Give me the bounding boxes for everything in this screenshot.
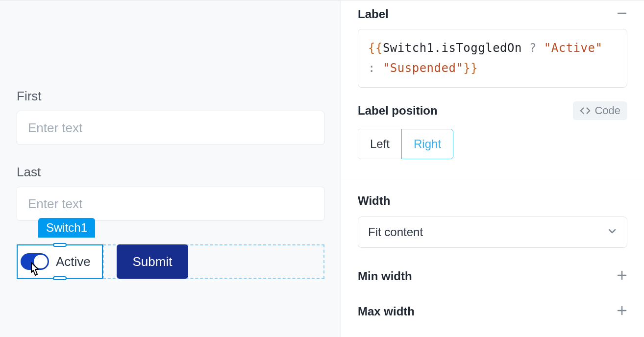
label-expression-input[interactable]: {{Switch1.isToggledOn ? "Active" : "Susp… xyxy=(358,29,627,88)
switch-label: Active xyxy=(56,254,91,269)
width-value: Fit content xyxy=(368,225,423,239)
width-title: Width xyxy=(358,194,390,208)
max-width-row: Max width xyxy=(358,305,627,318)
code-close: }} xyxy=(463,61,478,75)
first-name-label: First xyxy=(17,89,324,104)
last-name-label: Last xyxy=(17,165,324,180)
chevron-down-icon xyxy=(607,225,617,239)
max-width-title: Max width xyxy=(358,305,415,318)
form-canvas: First Last Switch1 Active Submit xyxy=(0,0,341,337)
label-position-segmented: Left Right xyxy=(358,129,453,159)
code-false: "Suspended" xyxy=(383,61,463,75)
properties-panel: Label {{Switch1.isToggledOn ? "Active" :… xyxy=(341,0,644,337)
label-section-title: Label xyxy=(358,7,389,21)
width-row: Width xyxy=(358,194,627,208)
width-select[interactable]: Fit content xyxy=(358,217,627,248)
resize-handle-bottom[interactable] xyxy=(53,276,67,280)
label-position-row: Label position Code xyxy=(358,101,627,120)
switch-selection[interactable]: Switch1 Active xyxy=(17,244,103,279)
segment-right[interactable]: Right xyxy=(401,129,453,159)
last-name-input[interactable] xyxy=(17,187,324,221)
min-width-title: Min width xyxy=(358,269,412,283)
resize-handle-top[interactable] xyxy=(53,243,67,247)
form-block: First Last xyxy=(17,89,324,221)
section-divider xyxy=(341,179,644,179)
code-chip-label: Code xyxy=(594,104,620,117)
add-min-width-icon[interactable] xyxy=(617,269,627,283)
label-section-header: Label xyxy=(358,7,627,21)
code-true: "Active" xyxy=(544,41,603,55)
switch-toggle[interactable] xyxy=(21,253,49,270)
label-position-title: Label position xyxy=(358,104,438,118)
code-open: {{ xyxy=(368,41,383,55)
first-name-input[interactable] xyxy=(17,111,324,145)
code-icon xyxy=(580,105,591,116)
submit-button[interactable]: Submit xyxy=(117,244,188,279)
switch-row: Switch1 Active Submit xyxy=(17,244,324,279)
min-width-row: Min width xyxy=(358,269,627,283)
selection-badge: Switch1 xyxy=(38,218,95,238)
code-ident: Switch1.isToggledOn xyxy=(383,41,522,55)
switch-knob xyxy=(34,255,48,268)
code-q: ? xyxy=(522,41,544,55)
add-max-width-icon[interactable] xyxy=(617,305,627,318)
code-toggle-chip[interactable]: Code xyxy=(573,101,627,120)
collapse-icon[interactable] xyxy=(617,7,627,21)
segment-left[interactable]: Left xyxy=(358,129,402,159)
